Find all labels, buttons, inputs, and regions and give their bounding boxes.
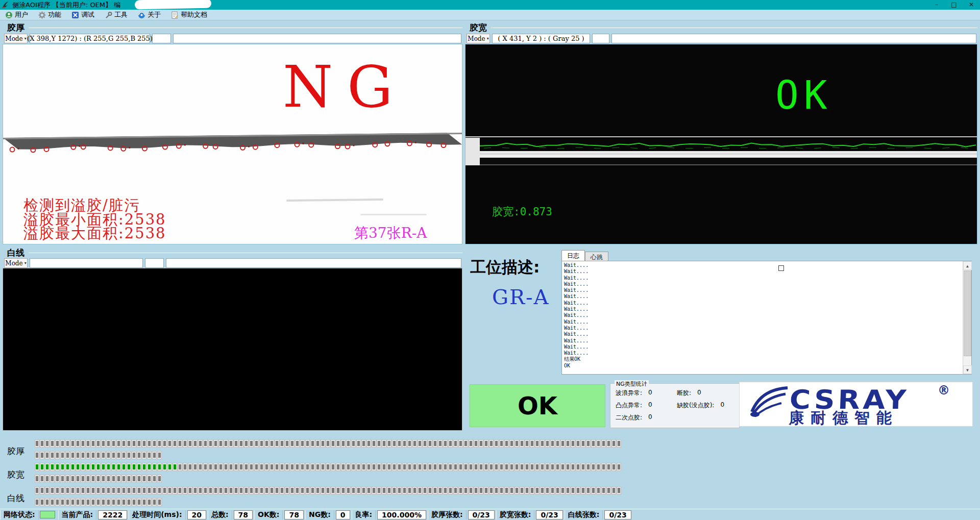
log-content[interactable]: ▲ ▼ Wait....Wait....Wait....Wait....Wait… (561, 261, 972, 375)
pixel-info-box[interactable]: ( X 431, Y 2 ) : ( Gray 25 ) (492, 34, 590, 43)
indicator-cell (525, 486, 529, 494)
indicator-area: 胶厚胶宽白线 (0, 437, 980, 509)
scrollbar-thumb[interactable] (964, 270, 971, 356)
indicator-cell (101, 451, 106, 459)
small-input-box[interactable] (592, 34, 609, 43)
indicator-row (35, 439, 621, 448)
indicator-cell (397, 463, 402, 471)
indicator-cell (520, 463, 524, 471)
glue-edge-trace (465, 138, 977, 151)
small-input-box[interactable] (152, 34, 171, 43)
indicator-cell (55, 451, 60, 459)
indicator-cell (259, 486, 264, 494)
indicator-cell (346, 439, 351, 448)
indicator-cell (433, 439, 437, 448)
indicator-cell (346, 463, 351, 471)
scroll-up-icon[interactable]: ▲ (963, 261, 972, 270)
indicator-cell (121, 486, 126, 494)
indicator-cell (147, 486, 152, 494)
indicator-cell (443, 486, 448, 494)
menu-item-about[interactable]: 关于 (133, 10, 166, 20)
indicator-cell (509, 463, 514, 471)
indicator-cell (617, 463, 621, 471)
mode-dropdown[interactable]: Mode ▾ (4, 258, 28, 268)
indicator-cell (35, 439, 39, 448)
indicator-cell (96, 439, 101, 448)
indicator-cell (101, 439, 106, 448)
indicator-cell (127, 498, 131, 506)
indicator-cell (397, 439, 402, 448)
mode-dropdown[interactable]: Mode ▾ (467, 34, 490, 43)
scroll-down-icon[interactable]: ▼ (963, 365, 972, 374)
indicator-cell (520, 486, 524, 494)
indicator-cell (504, 439, 509, 448)
result-ok-text: OK (775, 72, 832, 118)
indicator-cell (111, 439, 116, 448)
indicator-cell (448, 486, 453, 494)
indicator-cell (407, 486, 412, 494)
indicator-cell (469, 463, 473, 471)
indicator-cell (606, 486, 611, 494)
indicator-cell (514, 439, 519, 448)
indicator-cell (331, 463, 335, 471)
indicator-cell (275, 439, 279, 448)
maximize-button[interactable]: □ (945, 0, 963, 10)
indicator-cell (203, 463, 208, 471)
menu-item-tools[interactable]: 工具 (100, 10, 133, 20)
menu-item-function[interactable]: 功能 (33, 10, 66, 20)
small-input-box[interactable] (145, 258, 164, 268)
log-checkbox[interactable] (778, 265, 784, 271)
status-value: 20 (187, 510, 206, 519)
indicator-cell (392, 439, 397, 448)
indicator-cell (70, 439, 75, 448)
indicator-cell (412, 463, 417, 471)
indicator-cell (295, 486, 300, 494)
indicator-cell (433, 486, 437, 494)
minimize-button[interactable]: – (928, 0, 945, 10)
indicator-cell (86, 486, 90, 494)
indicator-cell (234, 439, 238, 448)
mode-label: Mode (468, 35, 485, 42)
indicator-cell (280, 439, 284, 448)
indicator-cell (489, 439, 494, 448)
status-value: 78 (284, 510, 303, 519)
indicator-cell (571, 439, 575, 448)
debug-icon (71, 11, 79, 19)
indicator-cell (392, 486, 397, 494)
wide-input-box[interactable] (166, 258, 461, 268)
menu-item-debug[interactable]: 调试 (66, 10, 100, 20)
pixel-info-box[interactable]: (X 398,Y 1272) : (R 255,G 255,B 255) (30, 34, 150, 43)
wide-input-box[interactable] (173, 34, 461, 43)
indicator-cell (550, 463, 555, 471)
indicator-cell (356, 486, 361, 494)
indicator-cell (96, 463, 101, 471)
indicator-cell (351, 463, 356, 471)
mode-dropdown[interactable]: Mode ▾ (4, 34, 28, 43)
tools-icon (105, 11, 112, 19)
glue-width-measurement: 胶宽:0.873 (492, 205, 552, 219)
pixel-info-box[interactable] (30, 258, 143, 268)
indicator-cell (152, 439, 157, 448)
tab-heartbeat[interactable]: 心跳 (585, 252, 608, 261)
wide-input-box[interactable] (611, 34, 976, 43)
overall-result-button[interactable]: OK (470, 384, 605, 427)
indicator-cell (40, 475, 44, 483)
menu-label: 工具 (114, 10, 128, 19)
status-value: 0/23 (536, 510, 562, 519)
indicator-cell (147, 463, 152, 471)
menu-item-help-doc[interactable]: 帮助文档 (166, 10, 212, 20)
indicator-cell (494, 463, 499, 471)
log-line: 结果OK (564, 356, 971, 362)
tab-log[interactable]: 日志 (561, 250, 585, 261)
close-button[interactable]: ✕ (963, 0, 980, 10)
menu-item-user[interactable]: 用户 (0, 10, 33, 20)
indicator-cell (290, 486, 295, 494)
brand-logo-box: CSRAY ® 康耐德智能 (739, 382, 973, 427)
indicator-cell (504, 463, 509, 471)
indicator-cell (188, 439, 192, 448)
indicator-cell (218, 486, 223, 494)
indicator-cell (336, 486, 340, 494)
log-scrollbar[interactable]: ▲ ▼ (963, 261, 971, 374)
indicator-cell (346, 486, 351, 494)
indicator-cell (183, 486, 187, 494)
